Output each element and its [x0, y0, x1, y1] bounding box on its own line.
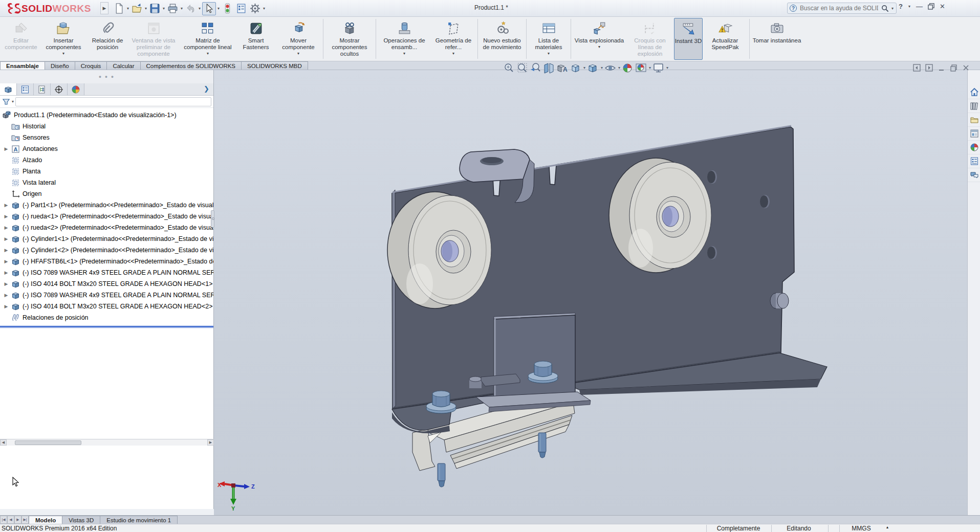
tree-item-anotaciones[interactable]: ▶ A Anotaciones — [0, 143, 213, 154]
lista-dropdown[interactable]: ▾ — [548, 51, 550, 56]
geometria-dropdown[interactable]: ▾ — [452, 51, 454, 56]
expand-arrow[interactable]: ▶ — [1, 225, 11, 230]
select-button[interactable] — [202, 2, 216, 15]
tree-item-origen[interactable]: Origen — [0, 188, 213, 199]
tab-croquis[interactable]: Croquis — [75, 61, 107, 70]
hide-annotations-button[interactable]: A — [556, 62, 568, 74]
ribbon-mostrar-componentes-ocultos[interactable]: Mostrar componentes ocultos — [325, 18, 374, 60]
operaciones-dropdown[interactable]: ▾ — [403, 51, 405, 56]
doc-restore-button[interactable] — [950, 64, 957, 72]
tab-diseno[interactable]: Diseño — [45, 61, 75, 70]
zoom-area-button[interactable] — [516, 62, 528, 74]
rebuild-button[interactable] — [221, 2, 234, 15]
tree-item-relaciones-posicion[interactable]: Relaciones de posición — [0, 312, 213, 323]
tree-item-rueda1[interactable]: ▶ (-) rueda<1> (Predeterminado<<Predeter… — [0, 211, 213, 222]
split-left-button[interactable] — [913, 64, 921, 72]
status-units[interactable]: MMGS — [843, 525, 879, 532]
select-dropdown[interactable]: ▾ — [217, 6, 220, 11]
tab-displaymanager[interactable] — [68, 83, 84, 95]
section-view-button[interactable] — [543, 62, 555, 74]
previous-view-button[interactable] — [530, 62, 541, 74]
panel-splitter-handle[interactable] — [211, 210, 214, 228]
tab-estudio-movimiento[interactable]: Estudio de movimiento 1 — [100, 516, 178, 524]
hide-show-items-button[interactable] — [604, 62, 616, 74]
model-pulley-left[interactable] — [387, 192, 491, 308]
ribbon-smart-fasteners[interactable]: Smart Fasteners — [236, 18, 275, 60]
zoom-fit-button[interactable] — [503, 62, 515, 74]
display-style-dropdown[interactable]: ▾ — [601, 65, 603, 70]
new-document-dropdown[interactable]: ▾ — [126, 6, 129, 11]
matriz-dropdown[interactable]: ▾ — [207, 51, 209, 56]
expand-arrow[interactable]: ▶ — [1, 214, 11, 219]
ribbon-relacion-posicion[interactable]: Relación de posición — [87, 18, 128, 60]
hide-show-dropdown[interactable]: ▾ — [618, 65, 620, 70]
tree-item-washer2[interactable]: ▶ (-) ISO 7089 WASHER 4x9 STEEL GRADE A … — [0, 290, 213, 301]
expand-arrow[interactable]: ▶ — [1, 259, 11, 264]
expand-arrow[interactable]: ▶ — [1, 146, 11, 151]
filter-dropdown[interactable]: ▾ — [11, 99, 14, 104]
expand-arrow[interactable]: ▶ — [1, 270, 11, 275]
taskpane-view-palette-button[interactable] — [968, 127, 980, 141]
edit-appearance-button[interactable] — [622, 62, 634, 74]
tree-item-washer1[interactable]: ▶ (-) ISO 7089 WASHER 4x9 STEEL GRADE A … — [0, 267, 213, 278]
tab-scroll-right-button[interactable]: ▶ — [14, 516, 21, 524]
tree-item-hfafstb6l[interactable]: ▶ (-) HFAFSTB6L<1> (Predeterminado<<Pred… — [0, 256, 213, 267]
tree-root-assembly[interactable]: Product1.1 (Predeterminado<Estado de vis… — [0, 109, 213, 121]
ribbon-mover-componente[interactable]: Mover componente ▾ — [275, 18, 321, 60]
taskpane-file-explorer-button[interactable] — [968, 113, 980, 127]
tree-item-part1[interactable]: ▶ (-) Part1<1> (Predeterminado<<Predeter… — [0, 199, 213, 211]
ribbon-vista-explosionada[interactable]: Vista explosionada ▾ — [573, 18, 626, 60]
units-caret[interactable]: ▴ — [884, 525, 890, 529]
expand-arrow[interactable]: ▶ — [1, 203, 11, 208]
expand-arrow[interactable]: ▶ — [1, 304, 11, 309]
save-dropdown[interactable]: ▾ — [162, 6, 165, 11]
doc-minimize-button[interactable] — [938, 64, 945, 72]
expand-arrow[interactable]: ▶ — [1, 236, 11, 241]
tab-scroll-first-button[interactable]: |◀ — [0, 516, 7, 524]
ribbon-tomar-instantanea[interactable]: Tomar instantánea — [751, 18, 802, 60]
view-settings-dropdown[interactable]: ▾ — [666, 65, 668, 70]
undo-button[interactable] — [184, 2, 197, 15]
search-box[interactable]: ? ▾ — [787, 3, 897, 14]
tree-item-rueda2[interactable]: ▶ (-) rueda<2> (Predeterminado<<Predeter… — [0, 222, 213, 233]
mover-dropdown[interactable]: ▾ — [297, 51, 299, 56]
tree-item-historial[interactable]: Historial — [0, 121, 213, 132]
insertar-componentes-dropdown[interactable]: ▾ — [62, 51, 64, 56]
ribbon-ventana-vista-preliminar[interactable]: Ventana de vista preliminar de component… — [128, 18, 179, 60]
print-dropdown[interactable]: ▾ — [180, 6, 183, 11]
model-stud-left[interactable] — [438, 463, 445, 487]
panel-grip[interactable]: ● ● ● — [0, 70, 213, 83]
model-side-peg[interactable] — [770, 293, 789, 308]
minimize-button[interactable]: — — [916, 3, 923, 10]
tree-item-cylinder1-1[interactable]: ▶ (-) Cylinder1<1> (Predeterminado<<Pred… — [0, 233, 213, 245]
assembly-3d-model[interactable] — [214, 70, 967, 515]
panel-flyout-arrow[interactable]: ❯ — [204, 85, 209, 93]
tab-featuremanager[interactable] — [0, 83, 17, 95]
taskpane-home-button[interactable] — [968, 85, 980, 99]
search-input[interactable] — [799, 4, 879, 12]
ribbon-lista-materiales[interactable]: Lista de materiales ▾ — [528, 18, 569, 60]
tab-dimxpertmanager[interactable] — [51, 83, 68, 95]
open-dropdown[interactable]: ▾ — [144, 6, 147, 11]
view-orientation-dropdown[interactable]: ▾ — [583, 65, 585, 70]
menu-expander-arrow[interactable]: ▶ — [100, 2, 108, 14]
ribbon-geometria-referencia[interactable]: Geometría de refer... ▾ — [431, 18, 476, 60]
graphics-viewport[interactable] — [214, 70, 967, 515]
tab-complementos[interactable]: Complementos de SOLIDWORKS — [140, 61, 242, 70]
tree-item-bolt1[interactable]: ▶ (-) ISO 4014 BOLT M3x20 STEEL GRADE A … — [0, 278, 213, 290]
filter-input[interactable] — [15, 97, 211, 106]
tab-propertymanager[interactable] — [17, 83, 34, 95]
apply-scene-dropdown[interactable]: ▾ — [649, 65, 651, 70]
expand-arrow[interactable]: ▶ — [1, 293, 11, 298]
tab-calcular[interactable]: Calcular — [106, 61, 140, 70]
taskpane-forum-button[interactable] — [968, 168, 980, 182]
open-button[interactable] — [130, 2, 143, 15]
model-stud-right[interactable] — [538, 433, 546, 458]
ribbon-operaciones-ensamblaje[interactable]: Operaciones de ensamb... ▾ — [378, 18, 431, 60]
vista-explosionada-dropdown[interactable]: ▾ — [598, 45, 600, 49]
panel-horizontal-scrollbar[interactable]: ◀ ▶ — [0, 439, 214, 446]
view-orientation-button[interactable] — [570, 62, 581, 74]
ribbon-editar-componente[interactable]: Editar componente — [2, 18, 40, 60]
ribbon-croquis-lineas-explosion[interactable]: Croquis con líneas de explosión — [626, 18, 674, 60]
tab-ensamblaje[interactable]: Ensamblaje — [0, 61, 45, 70]
